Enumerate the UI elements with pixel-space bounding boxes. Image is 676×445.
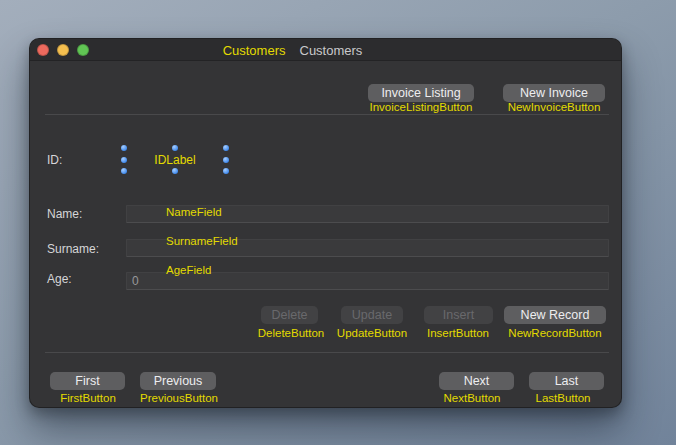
desktop-background: Customers Customers Invoice Listing New …: [0, 0, 676, 445]
name-field-annotation: NameField: [166, 206, 222, 218]
first-button[interactable]: First: [50, 372, 125, 390]
surname-label: Surname:: [47, 242, 99, 256]
window-title: Customers: [300, 43, 363, 58]
delete-button[interactable]: Delete: [261, 306, 318, 324]
divider: [45, 352, 609, 353]
id-label-annotation: IDLabel: [124, 148, 226, 171]
customers-window: Customers Customers Invoice Listing New …: [29, 38, 622, 408]
new-record-button-annotation: NewRecordButton: [480, 327, 630, 339]
titlebar[interactable]: Customers Customers: [30, 39, 621, 61]
invoice-listing-button[interactable]: Invoice Listing: [368, 84, 474, 102]
update-button[interactable]: Update: [341, 306, 403, 324]
new-invoice-button-annotation: NewInvoiceButton: [479, 101, 629, 113]
age-field-annotation: AgeField: [166, 264, 211, 276]
id-label-selection[interactable]: IDLabel: [124, 148, 226, 171]
invoice-listing-button-annotation: InvoiceListingButton: [346, 101, 496, 113]
surname-field-annotation: SurnameField: [166, 235, 238, 247]
window-title-annotation: Customers: [223, 43, 286, 58]
titlebar-titles: Customers Customers: [0, 39, 588, 61]
next-button[interactable]: Next: [439, 372, 514, 390]
new-record-button[interactable]: New Record: [504, 306, 606, 324]
last-button-annotation: LastButton: [488, 392, 638, 404]
last-button[interactable]: Last: [529, 372, 604, 390]
previous-button[interactable]: Previous: [140, 372, 216, 390]
previous-button-annotation: PreviousButton: [104, 392, 254, 404]
new-invoice-button[interactable]: New Invoice: [503, 84, 605, 102]
age-label: Age:: [47, 272, 72, 286]
divider: [45, 114, 609, 115]
insert-button[interactable]: Insert: [424, 306, 493, 324]
id-label: ID:: [47, 153, 62, 167]
name-label: Name:: [47, 207, 82, 221]
